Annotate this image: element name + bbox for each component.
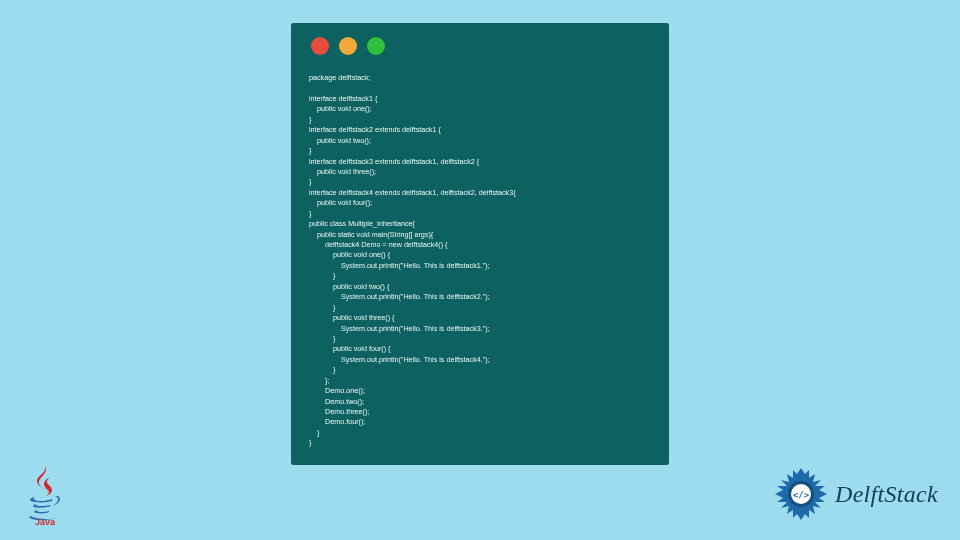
window-minimize-icon bbox=[339, 37, 357, 55]
code-block: package delftstack; interface delftstack… bbox=[309, 73, 651, 449]
delftstack-logo-text: DelftStack bbox=[835, 481, 938, 508]
delftstack-logo: </> DelftStack bbox=[773, 466, 938, 522]
code-window: package delftstack; interface delftstack… bbox=[291, 23, 669, 465]
java-logo-icon: Java bbox=[22, 464, 68, 526]
delftstack-badge-icon: </> bbox=[773, 466, 829, 522]
svg-text:</>: </> bbox=[793, 490, 810, 500]
java-logo-text: Java bbox=[35, 517, 56, 526]
window-close-icon bbox=[311, 37, 329, 55]
window-controls bbox=[311, 37, 651, 55]
window-maximize-icon bbox=[367, 37, 385, 55]
